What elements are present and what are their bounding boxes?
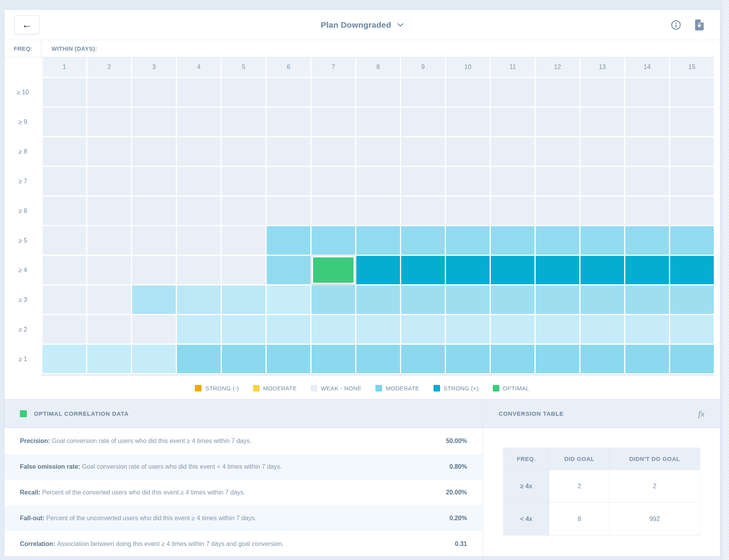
heatmap-cell[interactable] xyxy=(177,256,221,284)
heatmap-cell[interactable] xyxy=(42,256,86,284)
heatmap-cell[interactable] xyxy=(401,108,445,136)
heatmap-cell[interactable] xyxy=(177,78,221,106)
heatmap-cell[interactable] xyxy=(625,315,669,344)
heatmap-cell[interactable] xyxy=(132,345,176,373)
heatmap-cell[interactable] xyxy=(42,197,86,225)
heatmap-cell[interactable] xyxy=(401,285,445,314)
heatmap-cell[interactable] xyxy=(670,285,714,314)
heatmap-cell[interactable] xyxy=(401,197,445,225)
heatmap-cell[interactable] xyxy=(491,256,534,284)
heatmap-cell[interactable] xyxy=(536,108,579,136)
heatmap-cell[interactable] xyxy=(177,226,221,255)
heatmap-cell[interactable] xyxy=(401,256,445,284)
heatmap-cell[interactable] xyxy=(267,167,310,195)
heatmap-cell[interactable] xyxy=(491,137,534,166)
heatmap-cell[interactable] xyxy=(401,78,445,106)
heatmap-cell[interactable] xyxy=(491,226,534,255)
heatmap-cell[interactable] xyxy=(536,78,579,106)
heatmap-cell[interactable] xyxy=(446,345,490,373)
heatmap-cell[interactable] xyxy=(87,167,131,195)
heatmap-cell[interactable] xyxy=(491,315,534,344)
heatmap-cell[interactable] xyxy=(446,285,490,314)
heatmap-cell[interactable] xyxy=(311,226,355,255)
heatmap-cell[interactable] xyxy=(42,226,86,255)
heatmap-cell[interactable] xyxy=(267,315,310,344)
heatmap-cell[interactable] xyxy=(356,167,400,195)
heatmap-cell[interactable] xyxy=(311,108,355,136)
heatmap-cell[interactable] xyxy=(311,315,355,344)
heatmap-cell[interactable] xyxy=(625,108,669,136)
heatmap-cell[interactable] xyxy=(311,197,355,225)
heatmap-cell[interactable] xyxy=(491,108,534,136)
heatmap-cell[interactable] xyxy=(670,197,714,225)
heatmap-cell[interactable] xyxy=(42,137,86,166)
heatmap-cell[interactable] xyxy=(446,315,490,344)
heatmap-cell[interactable] xyxy=(177,285,221,314)
heatmap-cell[interactable] xyxy=(222,285,265,314)
heatmap-cell[interactable] xyxy=(267,345,310,373)
heatmap-cell[interactable] xyxy=(87,137,131,166)
heatmap-cell[interactable] xyxy=(222,197,265,225)
heatmap-cell[interactable] xyxy=(132,256,176,284)
heatmap-cell[interactable] xyxy=(222,256,265,284)
heatmap-cell[interactable] xyxy=(87,78,131,106)
heatmap-cell[interactable] xyxy=(177,137,221,166)
heatmap-cell[interactable] xyxy=(42,315,86,344)
heatmap-cell[interactable] xyxy=(625,226,669,255)
heatmap-cell[interactable] xyxy=(132,226,176,255)
heatmap-cell[interactable] xyxy=(132,197,176,225)
heatmap-cell[interactable] xyxy=(580,108,624,136)
heatmap-cell[interactable] xyxy=(446,226,490,255)
heatmap-cell[interactable] xyxy=(132,315,176,344)
heatmap-cell[interactable] xyxy=(222,315,265,344)
title-dropdown[interactable]: Plan Downgraded xyxy=(4,10,720,40)
heatmap-cell[interactable] xyxy=(356,345,400,373)
heatmap-cell[interactable] xyxy=(311,345,355,373)
heatmap-cell[interactable] xyxy=(580,197,624,225)
heatmap-cell[interactable] xyxy=(670,167,714,195)
heatmap-cell[interactable] xyxy=(536,137,579,166)
heatmap-cell[interactable] xyxy=(356,256,400,284)
heatmap-cell[interactable] xyxy=(132,285,176,314)
heatmap-cell[interactable] xyxy=(536,345,579,373)
heatmap-cell[interactable] xyxy=(177,167,221,195)
heatmap-cell[interactable] xyxy=(670,137,714,166)
heatmap-cell[interactable] xyxy=(87,315,131,344)
heatmap-cell[interactable] xyxy=(580,256,624,284)
heatmap-cell[interactable] xyxy=(670,315,714,344)
heatmap-cell[interactable] xyxy=(267,197,310,225)
heatmap-cell[interactable] xyxy=(401,345,445,373)
heatmap-cell[interactable] xyxy=(87,285,131,314)
heatmap-cell[interactable] xyxy=(87,256,131,284)
heatmap-cell[interactable] xyxy=(446,256,490,284)
heatmap-cell[interactable] xyxy=(536,315,579,344)
heatmap-cell[interactable] xyxy=(42,285,86,314)
heatmap-cell[interactable] xyxy=(401,167,445,195)
heatmap-cell[interactable] xyxy=(491,167,534,195)
heatmap-cell[interactable] xyxy=(670,256,714,284)
heatmap-cell[interactable] xyxy=(580,285,624,314)
heatmap-cell[interactable] xyxy=(222,137,265,166)
heatmap-cell[interactable] xyxy=(177,315,221,344)
heatmap-cell[interactable] xyxy=(356,315,400,344)
heatmap-cell[interactable] xyxy=(311,285,355,314)
heatmap-cell[interactable] xyxy=(580,78,624,106)
heatmap-cell[interactable] xyxy=(42,108,86,136)
heatmap-cell[interactable] xyxy=(580,315,624,344)
heatmap-cell[interactable] xyxy=(267,285,310,314)
heatmap-cell[interactable] xyxy=(356,108,400,136)
heatmap-cell[interactable] xyxy=(311,78,355,106)
heatmap-cell[interactable] xyxy=(356,137,400,166)
heatmap-cell[interactable] xyxy=(491,285,534,314)
heatmap-cell[interactable] xyxy=(580,226,624,255)
page-scrollbar[interactable] xyxy=(722,0,729,560)
heatmap-cell[interactable] xyxy=(222,167,265,195)
heatmap-cell[interactable] xyxy=(625,197,669,225)
heatmap-cell[interactable] xyxy=(356,285,400,314)
heatmap-cell[interactable] xyxy=(311,137,355,166)
heatmap-cell[interactable] xyxy=(446,108,490,136)
heatmap-cell[interactable] xyxy=(177,108,221,136)
heatmap-cell[interactable] xyxy=(401,137,445,166)
heatmap-cell[interactable] xyxy=(42,78,86,106)
heatmap-cell[interactable] xyxy=(356,197,400,225)
